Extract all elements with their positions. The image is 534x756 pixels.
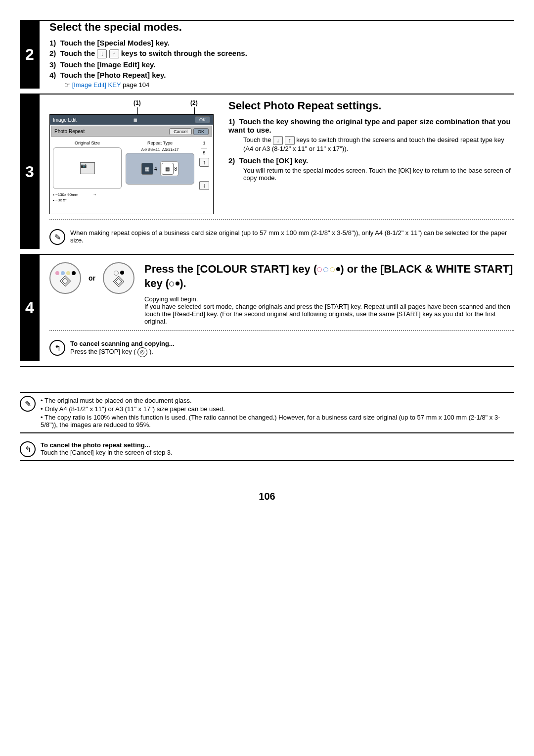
back-icon: ↰ — [49, 340, 65, 356]
panel-ok-top[interactable]: OK — [195, 116, 210, 123]
bottom-note-2: • Only A4 (8-1/2" x 11") or A3 (11" x 17… — [41, 405, 514, 413]
bottom-note-1: • The original must be placed on the doc… — [41, 397, 514, 404]
step-number-4: 4 — [20, 255, 40, 361]
cancel-button[interactable]: Cancel — [169, 128, 192, 135]
bottom-cancel-title: To cancel the photo repeat setting... — [41, 441, 173, 449]
back-icon: ↰ — [20, 441, 36, 457]
step-number-3: 3 — [20, 94, 40, 249]
repeat-8-count: 8 — [175, 166, 178, 172]
image-edit-panel: Image Edit ▦ OK Photo Repeat Cancel OK — [49, 114, 214, 214]
diamond-icon — [113, 276, 125, 287]
step3-item2: 2) Touch the [OK] key. — [228, 156, 514, 165]
page-indicator-top: 1 — [203, 141, 205, 145]
down-arrow-icon: ↓ — [97, 49, 107, 58]
step4-cancel-title: To cancel scanning and copying... — [70, 340, 175, 347]
repeat-4-count: 4 — [154, 166, 157, 172]
step4-desc2: If you have selected sort mode, change o… — [144, 303, 514, 325]
step3-item2-desc: You will return to the special modes scr… — [243, 167, 514, 182]
page-up-button[interactable]: ↑ — [199, 158, 209, 167]
step4-desc1: Copying will begin. — [144, 295, 514, 303]
step2-link: ☞ [Image Edit] KEY page 104 — [64, 81, 514, 89]
panel-header: Image Edit — [53, 117, 77, 123]
bottom-cancel-desc: Touch the [Cancel] key in the screen of … — [41, 449, 173, 456]
page-number: 106 — [20, 491, 514, 502]
note-icon: ✎ — [49, 229, 65, 245]
step2-title: Select the special modes. — [49, 21, 514, 34]
up-arrow-icon: ↑ — [109, 49, 119, 58]
callout-1: (1) — [134, 99, 141, 106]
note-icon: ✎ — [20, 396, 36, 412]
step3-title: Select Photo Repeat settings. — [228, 99, 514, 112]
repeat-type-label: Repeat Type — [126, 141, 194, 145]
diamond-icon — [60, 276, 71, 287]
step3-item1: 1) Touch the key showing the original ty… — [228, 117, 514, 134]
down-arrow-icon: ↓ — [273, 136, 283, 145]
bottom-note-3: • The copy ratio is 100% when this funct… — [41, 414, 514, 428]
ok-button[interactable]: OK — [193, 128, 209, 135]
colour-start-button[interactable] — [49, 262, 81, 294]
step4-cancel-desc: Press the [STOP] key ( ◎ ). — [70, 347, 175, 357]
repeat-4-icon[interactable]: ▦ — [141, 163, 153, 175]
a4-label: A4/ 8½x11 — [141, 147, 160, 152]
panel-sub-title: Photo Repeat — [54, 129, 85, 134]
original-size-label: Original Size — [53, 141, 122, 145]
or-label: or — [89, 274, 95, 282]
step3-item1-desc: Touch the ↓ ↑ keys to switch through the… — [243, 136, 514, 152]
grid-icon: ▦ — [134, 118, 137, 122]
repeat-8-icon[interactable]: ▦ — [162, 163, 174, 175]
step3-note: When making repeat copies of a business … — [70, 229, 514, 244]
up-arrow-icon: ↑ — [285, 136, 295, 145]
bw-start-button[interactable] — [103, 262, 134, 294]
size-opt-1: ~130x 90mm — [55, 192, 78, 197]
photo-icon: 📷 — [80, 162, 95, 174]
step2-item1: 1) Touch the [Special Modes] key. — [49, 39, 514, 47]
step-number-2: 2 — [20, 21, 40, 89]
callout-2: (2) — [190, 99, 198, 106]
page-down-button[interactable]: ↓ — [199, 181, 209, 190]
step2-item2: 2) Touch the ↓ ↑ keys to switch through … — [49, 49, 514, 58]
step4-title: Press the [COLOUR START] key () or the [… — [144, 262, 514, 290]
step2-item4: 4) Touch the [Photo Repeat] key. — [49, 71, 514, 79]
page-indicator-bot: 5 — [203, 150, 205, 155]
a3-label: A3/11x17 — [162, 147, 179, 152]
step2-item3: 3) Touch the [Image Edit] key. — [49, 60, 514, 69]
size-opt-2: ~3x 5" — [55, 198, 67, 202]
stop-icon: ◎ — [137, 347, 147, 357]
